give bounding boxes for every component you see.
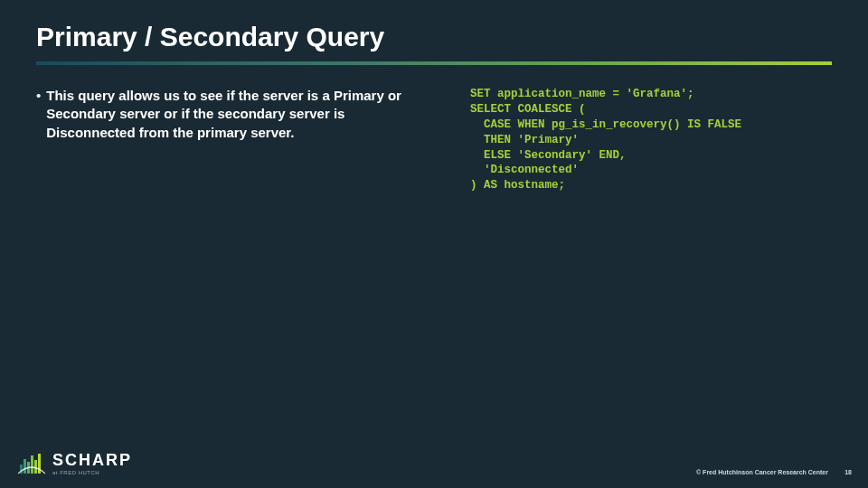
code-line: THEN 'Primary' [470,134,579,146]
svg-rect-5 [38,454,41,474]
code-line: SET application_name = 'Grafana'; [470,88,694,100]
svg-rect-4 [34,460,37,474]
bullet-marker: • [36,87,41,142]
slide-title: Primary / Secondary Query [36,22,384,52]
svg-rect-3 [31,455,33,474]
code-line: SELECT COALESCE ( [470,103,586,116]
logo-sub-text: at FRED HUTCH [52,470,132,475]
page-number: 18 [844,469,852,475]
svg-rect-1 [24,459,26,474]
logo-main-text: SCHARP [52,452,132,468]
code-line: ELSE 'Secondary' END, [470,149,627,162]
code-line: CASE WHEN pg_is_in_recovery() IS FALSE [470,118,741,131]
bullet-item: • This query allows us to see if the ser… [36,87,425,142]
title-underline [36,61,832,65]
sql-code-block: SET application_name = 'Grafana'; SELECT… [470,87,832,193]
code-line: 'Disconnected' [470,164,579,176]
left-column: • This query allows us to see if the ser… [36,87,425,142]
footer-logo: SCHARP at FRED HUTCH [18,452,132,475]
code-line: ) AS hostname; [470,179,565,192]
copyright-text: © Fred Hutchinson Cancer Research Center [696,469,828,475]
bullet-text: This query allows us to see if the serve… [46,87,425,142]
scharp-logo-icon [18,452,45,475]
logo-text: SCHARP at FRED HUTCH [52,452,132,475]
slide: Primary / Secondary Query • This query a… [0,0,868,488]
right-column: SET application_name = 'Grafana'; SELECT… [470,87,832,193]
